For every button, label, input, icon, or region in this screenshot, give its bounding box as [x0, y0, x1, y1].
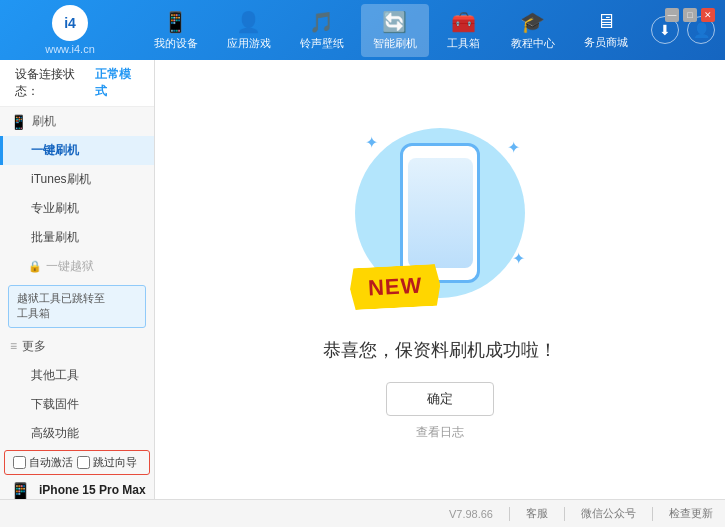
- nav-smart-flash[interactable]: 🔄 智能刷机: [361, 4, 429, 57]
- device-info: 📱 iPhone 15 Pro Max 512GB iPhone: [0, 477, 154, 499]
- device-details: iPhone 15 Pro Max 512GB iPhone: [39, 481, 146, 499]
- nav-tutorials-label: 教程中心: [511, 36, 555, 51]
- top-navigation: i4 www.i4.cn 📱 我的设备 👤 应用游戏 🎵 铃声壁纸 🔄 智能刷机…: [0, 0, 725, 60]
- sidebar-item-advanced-label: 高级功能: [31, 426, 79, 440]
- footer-divider-2: [564, 507, 565, 521]
- main-layout: 设备连接状态： 正常模式 📱 刷机 一键刷机 iTunes刷机 专业刷机 批量刷…: [0, 60, 725, 499]
- sidebar-item-one-click-flash-label: 一键刷机: [31, 143, 79, 157]
- sidebar-item-itunes-flash[interactable]: iTunes刷机: [0, 165, 154, 194]
- sidebar: 设备连接状态： 正常模式 📱 刷机 一键刷机 iTunes刷机 专业刷机 批量刷…: [0, 60, 155, 499]
- nav-my-device[interactable]: 📱 我的设备: [142, 4, 210, 57]
- footer-divider-3: [652, 507, 653, 521]
- status-bar: 设备连接状态： 正常模式: [0, 60, 154, 107]
- nav-services-icon: 🖥: [596, 10, 616, 33]
- maximize-button[interactable]: □: [683, 8, 697, 22]
- more-section-header: ≡ 更多: [0, 332, 154, 361]
- auto-activate-label: 自动激活: [29, 455, 73, 470]
- notice-text: 越狱工具已跳转至工具箱: [17, 292, 105, 319]
- footer-link-wechat[interactable]: 微信公众号: [581, 506, 636, 521]
- content-area: NEW ✦ ✦ ✦ 恭喜您，保资料刷机成功啦！ 确定 查看日志: [155, 60, 725, 499]
- more-section-label: 更多: [22, 338, 46, 355]
- nav-tutorials-icon: 🎓: [520, 10, 545, 34]
- auto-activate-checkbox[interactable]: [13, 456, 26, 469]
- sidebar-item-batch-flash-label: 批量刷机: [31, 230, 79, 244]
- footer-divider-1: [509, 507, 510, 521]
- sidebar-item-other-tools-label: 其他工具: [31, 368, 79, 382]
- nav-ringtones-icon: 🎵: [309, 10, 334, 34]
- nav-services[interactable]: 🖥 务员商城: [572, 4, 640, 57]
- flash-section-label: 刷机: [32, 113, 56, 130]
- sparkle-icon-1: ✦: [365, 133, 378, 152]
- sidebar-item-one-click-flash[interactable]: 一键刷机: [0, 136, 154, 165]
- nav-services-label: 务员商城: [584, 35, 628, 50]
- guided-activate-checkbox[interactable]: [77, 456, 90, 469]
- nav-toolbox-icon: 🧰: [451, 10, 476, 34]
- guided-activate-checkbox-label[interactable]: 跳过向导: [77, 455, 137, 470]
- sidebar-item-pro-flash-label: 专业刷机: [31, 201, 79, 215]
- logo-area: i4 www.i4.cn: [10, 5, 130, 55]
- phone-screen: [408, 158, 473, 268]
- nav-app-games-icon: 👤: [236, 10, 261, 34]
- sparkle-icon-3: ✦: [512, 249, 525, 268]
- logo-subtitle: www.i4.cn: [45, 43, 95, 55]
- auto-activate-checkbox-label[interactable]: 自动激活: [13, 455, 73, 470]
- confirm-button[interactable]: 确定: [386, 382, 494, 416]
- sidebar-item-download-firmware[interactable]: 下载固件: [0, 390, 154, 419]
- nav-smart-flash-icon: 🔄: [382, 10, 407, 34]
- jailbreak-notice: 越狱工具已跳转至工具箱: [8, 285, 146, 328]
- nav-my-device-label: 我的设备: [154, 36, 198, 51]
- sidebar-item-advanced[interactable]: 高级功能: [0, 419, 154, 448]
- minimize-button[interactable]: —: [665, 8, 679, 22]
- sidebar-item-jailbreak-disabled: 🔒 一键越狱: [0, 252, 154, 281]
- guided-activate-label: 跳过向导: [93, 455, 137, 470]
- sidebar-item-batch-flash[interactable]: 批量刷机: [0, 223, 154, 252]
- footer-link-update[interactable]: 检查更新: [669, 506, 713, 521]
- new-badge: NEW: [349, 264, 441, 311]
- nav-toolbox[interactable]: 🧰 工具箱: [434, 4, 494, 57]
- phone-illustration: NEW ✦ ✦ ✦: [350, 118, 530, 318]
- nav-items: 📱 我的设备 👤 应用游戏 🎵 铃声壁纸 🔄 智能刷机 🧰 工具箱 🎓: [130, 4, 651, 57]
- sparkle-icon-2: ✦: [507, 138, 520, 157]
- flash-section-header[interactable]: 📱 刷机: [0, 107, 154, 136]
- nav-ringtones[interactable]: 🎵 铃声壁纸: [288, 4, 356, 57]
- nav-app-games-label: 应用游戏: [227, 36, 271, 51]
- sidebar-item-itunes-flash-label: iTunes刷机: [31, 172, 91, 186]
- more-section-icon: ≡: [10, 339, 17, 353]
- version-label: V7.98.66: [449, 508, 493, 520]
- success-message: 恭喜您，保资料刷机成功啦！: [323, 338, 557, 362]
- view-log-link[interactable]: 查看日志: [416, 424, 464, 441]
- nav-my-device-icon: 📱: [163, 10, 188, 34]
- sidebar-item-other-tools[interactable]: 其他工具: [0, 361, 154, 390]
- sidebar-item-pro-flash[interactable]: 专业刷机: [0, 194, 154, 223]
- status-value: 正常模式: [95, 66, 139, 100]
- flash-section-icon: 📱: [10, 114, 27, 130]
- phone-body: [400, 143, 480, 283]
- sidebar-item-jailbreak-label: 一键越狱: [46, 258, 94, 275]
- device-phone-icon: 📱: [8, 481, 33, 499]
- success-area: NEW ✦ ✦ ✦ 恭喜您，保资料刷机成功啦！ 确定 查看日志: [155, 60, 725, 499]
- footer-link-support[interactable]: 客服: [526, 506, 548, 521]
- status-prefix: 设备连接状态：: [15, 66, 91, 100]
- nav-toolbox-label: 工具箱: [447, 36, 480, 51]
- nav-smart-flash-label: 智能刷机: [373, 36, 417, 51]
- window-controls: — □ ✕: [665, 8, 715, 22]
- nav-tutorials[interactable]: 🎓 教程中心: [499, 4, 567, 57]
- nav-app-games[interactable]: 👤 应用游戏: [215, 4, 283, 57]
- logo-icon: i4: [52, 5, 88, 41]
- footer-right: V7.98.66 客服 微信公众号 检查更新: [449, 506, 713, 521]
- footer: V7.98.66 客服 微信公众号 检查更新: [0, 499, 725, 527]
- nav-ringtones-label: 铃声壁纸: [300, 36, 344, 51]
- device-name: iPhone 15 Pro Max: [39, 481, 146, 499]
- lock-icon: 🔒: [28, 260, 42, 273]
- sidebar-item-download-firmware-label: 下载固件: [31, 397, 79, 411]
- close-button[interactable]: ✕: [701, 8, 715, 22]
- auto-activate-row: 自动激活 跳过向导: [4, 450, 150, 475]
